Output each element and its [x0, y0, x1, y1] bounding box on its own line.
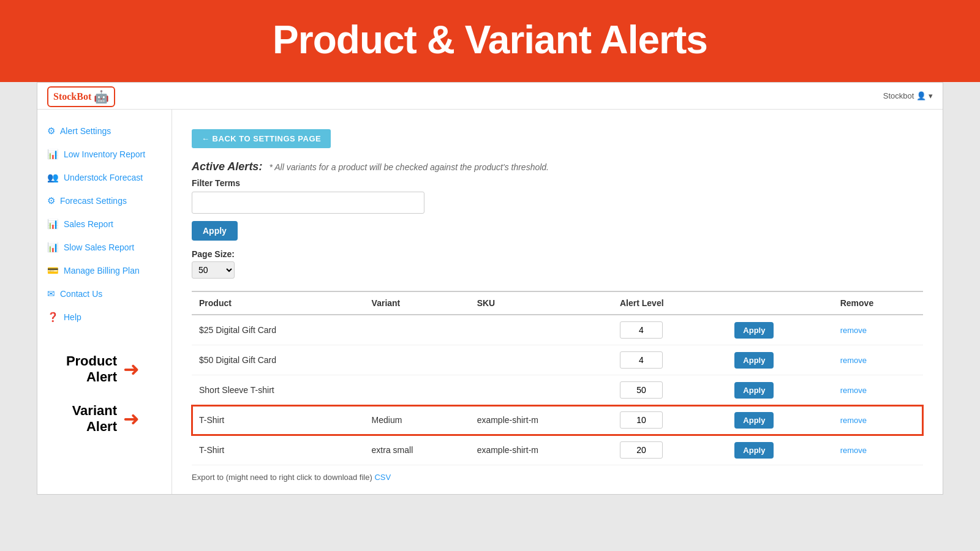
chart-icon-1: 📊 — [47, 149, 59, 160]
sidebar-label-forecast-settings: Forecast Settings — [60, 196, 127, 206]
active-alerts-label: Active Alerts: — [192, 160, 262, 173]
cell-remove[interactable]: remove — [833, 435, 923, 465]
alert-level-input[interactable] — [620, 321, 663, 339]
alert-level-input[interactable] — [620, 411, 663, 429]
remove-link[interactable]: remove — [840, 386, 867, 395]
sidebar-item-contact[interactable]: ✉ Contact Us — [37, 282, 172, 305]
cell-sku — [470, 375, 612, 405]
cell-apply[interactable]: Apply — [722, 345, 832, 375]
col-alert-level: Alert Level — [612, 291, 722, 315]
remove-link[interactable]: remove — [840, 326, 867, 335]
variant-alert-arrow: ➜ — [123, 409, 140, 429]
row-apply-button[interactable]: Apply — [734, 412, 774, 429]
cell-product: T-Shirt — [192, 405, 364, 435]
cell-remove[interactable]: remove — [833, 315, 923, 345]
sidebar-label-understock: Understock Forecast — [64, 173, 143, 182]
billing-icon: 💳 — [47, 265, 59, 276]
table-row: $25 Digital Gift CardApplyremove — [192, 315, 923, 345]
sidebar: ⚙ Alert Settings 📊 Low Inventory Report … — [37, 83, 172, 494]
variant-alert-annotation: Variant Alert ➜ — [43, 403, 172, 435]
cell-variant — [364, 375, 470, 405]
cell-product: T-Shirt — [192, 435, 364, 465]
sidebar-label-sales-report: Sales Report — [64, 219, 113, 229]
gear-icon-2: ⚙ — [47, 195, 55, 206]
chart-icon-2: 📊 — [47, 219, 59, 230]
filter-label: Filter Terms — [192, 178, 923, 188]
cell-variant — [364, 345, 470, 375]
banner-title: Product & Variant Alerts — [0, 17, 980, 62]
cell-apply[interactable]: Apply — [722, 375, 832, 405]
annotation-area: Product Alert ➜ Variant Alert ➜ — [37, 353, 172, 435]
topbar: StockBot 🤖 Stockbot 👤 ▾ — [37, 83, 943, 110]
people-icon: 👥 — [47, 172, 59, 183]
cell-alert-level[interactable] — [612, 345, 722, 375]
banner: Product & Variant Alerts — [0, 0, 980, 82]
mail-icon: ✉ — [47, 288, 55, 299]
active-alerts-subtitle: * All variants for a product will be che… — [269, 162, 549, 172]
page-size-select[interactable]: 50 25 100 — [192, 261, 235, 279]
sidebar-item-alert-settings[interactable]: ⚙ Alert Settings — [37, 119, 172, 143]
cell-variant — [364, 315, 470, 345]
remove-link[interactable]: remove — [840, 356, 867, 365]
col-product: Product — [192, 291, 364, 315]
user-icon: 👤 ▾ — [916, 91, 933, 100]
sidebar-item-slow-sales[interactable]: 📊 Slow Sales Report — [37, 236, 172, 259]
logo-box: StockBot 🤖 — [47, 86, 115, 107]
cell-apply[interactable]: Apply — [722, 405, 832, 435]
logo-area: StockBot 🤖 — [47, 86, 115, 107]
cell-alert-level[interactable] — [612, 315, 722, 345]
sidebar-label-billing: Manage Billing Plan — [64, 266, 140, 276]
sidebar-item-help[interactable]: ❓ Help — [37, 305, 172, 329]
sidebar-label-low-inventory: Low Inventory Report — [64, 149, 145, 159]
row-apply-button[interactable]: Apply — [734, 382, 774, 399]
page-size-label: Page Size: — [192, 249, 923, 259]
col-variant: Variant — [364, 291, 470, 315]
chart-icon-3: 📊 — [47, 242, 59, 253]
export-csv-link[interactable]: CSV — [374, 473, 391, 482]
sidebar-item-forecast-settings[interactable]: ⚙ Forecast Settings — [37, 189, 172, 212]
cell-sku: example-shirt-m — [470, 435, 612, 465]
variant-alert-label: Variant Alert — [56, 403, 117, 435]
apply-filter-button[interactable]: Apply — [192, 221, 238, 241]
sidebar-label-contact: Contact Us — [60, 289, 102, 299]
alert-level-input[interactable] — [620, 351, 663, 369]
cell-remove[interactable]: remove — [833, 375, 923, 405]
app-container: StockBot 🤖 Stockbot 👤 ▾ ⚙ Alert Settings… — [37, 82, 943, 495]
cell-variant: Medium — [364, 405, 470, 435]
alert-level-input[interactable] — [620, 381, 663, 399]
row-apply-button[interactable]: Apply — [734, 442, 774, 459]
sidebar-item-understock[interactable]: 👥 Understock Forecast — [37, 166, 172, 189]
cell-alert-level[interactable] — [612, 375, 722, 405]
sidebar-item-sales-report[interactable]: 📊 Sales Report — [37, 212, 172, 236]
remove-link[interactable]: remove — [840, 416, 867, 425]
product-alert-label: Product Alert — [56, 353, 117, 386]
cell-alert-level[interactable] — [612, 405, 722, 435]
cell-remove[interactable]: remove — [833, 345, 923, 375]
product-alert-annotation: Product Alert ➜ — [43, 353, 172, 386]
col-remove: Remove — [833, 291, 923, 315]
main-content: ← BACK TO SETTINGS PAGE Active Alerts: *… — [172, 83, 943, 494]
cell-sku — [470, 345, 612, 375]
product-alert-arrow: ➜ — [123, 359, 140, 379]
logo-robot-icon: 🤖 — [94, 89, 109, 104]
back-to-settings-button[interactable]: ← BACK TO SETTINGS PAGE — [192, 129, 331, 148]
alert-level-input[interactable] — [620, 441, 663, 459]
cell-apply[interactable]: Apply — [722, 315, 832, 345]
table-row: $50 Digital Gift CardApplyremove — [192, 345, 923, 375]
col-apply — [722, 291, 832, 315]
filter-input[interactable] — [192, 192, 424, 214]
table-row: T-Shirtextra smallexample-shirt-mApplyre… — [192, 435, 923, 465]
row-apply-button[interactable]: Apply — [734, 322, 774, 339]
sidebar-item-billing[interactable]: 💳 Manage Billing Plan — [37, 259, 172, 282]
sidebar-item-low-inventory[interactable]: 📊 Low Inventory Report — [37, 143, 172, 166]
cell-product: $50 Digital Gift Card — [192, 345, 364, 375]
table-header-row: Product Variant SKU Alert Level Remove — [192, 291, 923, 315]
sidebar-label-slow-sales: Slow Sales Report — [64, 242, 134, 252]
cell-remove[interactable]: remove — [833, 405, 923, 435]
alerts-table: Product Variant SKU Alert Level Remove $… — [192, 291, 923, 465]
topbar-user[interactable]: Stockbot 👤 ▾ — [883, 91, 933, 100]
remove-link[interactable]: remove — [840, 446, 867, 455]
cell-alert-level[interactable] — [612, 435, 722, 465]
row-apply-button[interactable]: Apply — [734, 352, 774, 369]
cell-apply[interactable]: Apply — [722, 435, 832, 465]
